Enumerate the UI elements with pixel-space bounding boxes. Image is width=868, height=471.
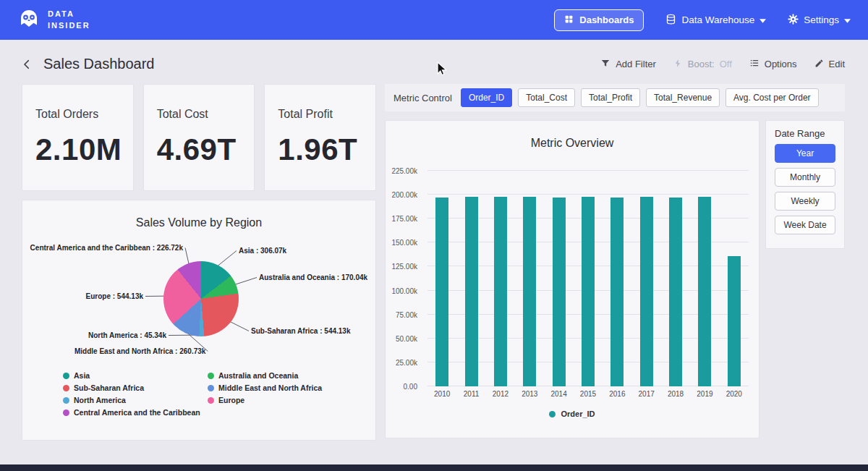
options-button[interactable]: Options xyxy=(749,58,797,70)
bar-2010[interactable] xyxy=(435,198,448,386)
dashboards-button[interactable]: Dashboards xyxy=(554,9,644,31)
pie-legend-item[interactable]: North America xyxy=(63,396,208,404)
bar-2013[interactable] xyxy=(523,197,536,386)
bar-chart-title: Metric Overview xyxy=(386,137,759,150)
filter-icon xyxy=(600,58,610,70)
bar-ylabels: 0.0025.00k50.00k75.00k100.00k125.00k150.… xyxy=(387,171,422,386)
left-column: Total Orders 2.10M Total Cost 4.69T Tota… xyxy=(22,84,376,441)
options-label: Options xyxy=(765,59,797,69)
pie-label-australia-oceania: Australia and Oceania : 170.04k xyxy=(259,273,367,281)
boost-toggle[interactable]: Boost: Off xyxy=(673,59,732,70)
pie-legend-item[interactable]: Central America and the Caribbean xyxy=(63,408,208,417)
bar-2011[interactable] xyxy=(465,197,478,386)
dashboard-content: Total Orders 2.10M Total Cost 4.69T Tota… xyxy=(0,84,868,441)
bar-series xyxy=(427,171,749,386)
bar-2012[interactable] xyxy=(494,197,507,386)
legend-dot xyxy=(63,397,69,404)
pencil-icon xyxy=(814,59,824,70)
edit-label: Edit xyxy=(829,59,845,69)
add-filter-button[interactable]: Add Filter xyxy=(600,58,656,70)
bolt-icon xyxy=(673,59,683,70)
date-range-button-year[interactable]: Year xyxy=(775,144,835,163)
pie-legend: AsiaSub-Saharan AfricaNorth AmericaCentr… xyxy=(22,371,375,417)
pie-legend-item[interactable]: Australia and Oceania xyxy=(208,371,322,380)
back-button[interactable] xyxy=(20,58,33,71)
page-header: Sales Dashboard Add Filter Boost: Off Op… xyxy=(0,40,868,84)
bar-2018[interactable] xyxy=(669,198,682,386)
sales-dashboard-page: DATA INSIDER Dashboards Data Warehouse xyxy=(0,0,868,471)
kpi-value: 4.69T xyxy=(157,132,255,167)
navbar-menu: Dashboards Data Warehouse xyxy=(554,9,851,31)
legend-dot xyxy=(208,373,214,379)
bar-2014[interactable] xyxy=(553,198,566,386)
bar-chart-card: Metric Overview 0.0025.00k50.00k75.00k10… xyxy=(385,120,760,438)
pie-legend-item[interactable]: Sub-Saharan Africa xyxy=(63,383,208,392)
bar-xlabels: 2010201120122013201420152016201720182019… xyxy=(427,390,749,398)
boost-state: Off xyxy=(720,59,732,69)
boost-label: Boost: xyxy=(688,59,715,69)
bar-plot: 0.0025.00k50.00k75.00k100.00k125.00k150.… xyxy=(427,171,749,386)
edit-button[interactable]: Edit xyxy=(814,59,845,70)
legend-dot xyxy=(63,385,69,391)
bar-2017[interactable] xyxy=(640,197,653,386)
kpi-label: Total Profit xyxy=(278,108,375,121)
metric-control-label: Metric Control xyxy=(393,93,452,103)
metric-control-bar: Metric Control Order_ID Total_Cost Total… xyxy=(385,84,845,111)
kpi-label: Total Cost xyxy=(157,108,255,121)
legend-dot xyxy=(208,385,214,391)
bar-2019[interactable] xyxy=(698,197,711,386)
legend-label: Sub-Saharan Africa xyxy=(74,383,144,392)
pie-chart-title: Sales Volume by Region xyxy=(22,216,375,229)
kpi-row: Total Orders 2.10M Total Cost 4.69T Tota… xyxy=(22,84,376,191)
kpi-card-total-orders: Total Orders 2.10M xyxy=(22,84,134,191)
data-warehouse-menu[interactable]: Data Warehouse xyxy=(665,14,766,27)
brand-logo[interactable]: DATA INSIDER xyxy=(17,7,90,33)
legend-label: Middle East and North Africa xyxy=(218,383,322,392)
metric-button-total-revenue[interactable]: Total_Revenue xyxy=(646,88,720,107)
legend-label: North America xyxy=(74,396,126,404)
charts-row: Metric Overview 0.0025.00k50.00k75.00k10… xyxy=(385,120,845,438)
date-range-button-monthly[interactable]: Monthly xyxy=(775,168,835,187)
legend-dot xyxy=(549,411,556,417)
pie-area: Asia : 306.07k Australia and Oceania : 1… xyxy=(22,238,375,362)
legend-dot xyxy=(208,397,214,404)
kpi-card-total-profit: Total Profit 1.96T xyxy=(264,84,376,191)
chevron-down-icon xyxy=(844,14,851,25)
metric-button-total-profit[interactable]: Total_Profit xyxy=(581,88,640,107)
metric-button-avg-cost-per-order[interactable]: Avg. Cost per Order xyxy=(726,88,819,107)
pie-legend-col-1: AsiaSub-Saharan AfricaNorth AmericaCentr… xyxy=(63,371,208,417)
pie-chart-card: Sales Volume by Region Asia : 306.07k Au… xyxy=(22,200,376,441)
pie-label-middle-east-north-africa: Middle East and North Africa : 260.73k xyxy=(75,347,205,355)
metric-button-total-cost[interactable]: Total_Cost xyxy=(518,88,575,107)
pie-label-asia: Asia : 306.07k xyxy=(239,247,286,255)
kpi-value: 1.96T xyxy=(278,132,375,167)
pie-legend-item[interactable]: Europe xyxy=(208,396,322,404)
pie-legend-col-2: Australia and OceaniaMiddle East and Nor… xyxy=(208,371,322,417)
right-column: Metric Control Order_ID Total_Cost Total… xyxy=(385,84,845,441)
bar-2015[interactable] xyxy=(582,197,595,386)
kpi-value: 2.10M xyxy=(35,132,133,167)
bar-2016[interactable] xyxy=(610,198,624,386)
pie-legend-item[interactable]: Middle East and North Africa xyxy=(208,383,322,392)
settings-menu[interactable]: Settings xyxy=(788,14,851,27)
bar-2020[interactable] xyxy=(728,256,741,386)
brand-text: DATA INSIDER xyxy=(48,9,90,31)
list-icon xyxy=(749,58,760,70)
pie-chart[interactable] xyxy=(163,261,239,336)
legend-label: Asia xyxy=(74,371,90,380)
metric-button-order-id[interactable]: Order_ID xyxy=(461,88,512,107)
settings-label: Settings xyxy=(804,14,839,25)
date-range-button-weekly[interactable]: Weekly xyxy=(775,192,835,211)
legend-dot xyxy=(63,373,69,379)
gear-icon xyxy=(788,14,799,27)
page-title: Sales Dashboard xyxy=(43,56,154,72)
bar-chart-legend[interactable]: Order_ID xyxy=(386,410,759,418)
dashboards-label: Dashboards xyxy=(579,14,634,25)
legend-label: Australia and Oceania xyxy=(218,371,298,380)
date-range-panel: Date Range Year Monthly Weekly Week Date xyxy=(765,120,845,249)
date-range-button-week-date[interactable]: Week Date xyxy=(775,216,835,234)
grid-icon xyxy=(564,14,574,26)
pie-legend-item[interactable]: Asia xyxy=(63,371,208,380)
legend-dot xyxy=(63,410,69,416)
kpi-card-total-cost: Total Cost 4.69T xyxy=(143,84,255,191)
